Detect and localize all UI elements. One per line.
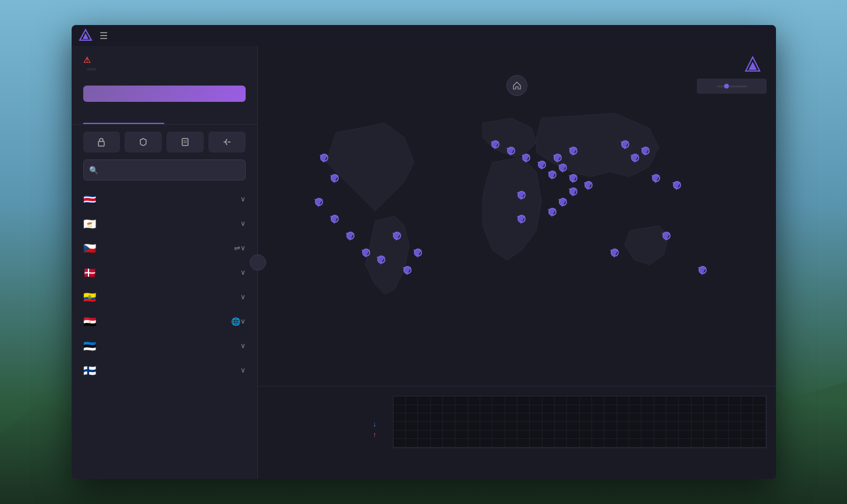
chart-cell (592, 396, 604, 405)
chart-cell (741, 431, 753, 439)
main-content: ⚠ (72, 46, 776, 479)
flag-denmark: 🇩🇰 (83, 268, 96, 277)
sidebar: ⚠ (72, 46, 258, 479)
expand-icon[interactable]: ∨ (240, 317, 246, 325)
expand-icon[interactable]: ∨ (240, 244, 246, 252)
chart-cell (394, 405, 406, 414)
up-volume-row (267, 410, 384, 418)
proton-logo-icon (743, 55, 762, 74)
expand-icon[interactable]: ∨ (240, 219, 246, 228)
chart-cell (406, 413, 418, 422)
filter-icons-bar (72, 132, 257, 152)
chart-cell (654, 413, 667, 422)
chart-cell (692, 405, 704, 414)
up-arrow-icon: ↑ (373, 431, 376, 439)
chart-cell (555, 396, 567, 405)
chart-cell (431, 405, 443, 414)
chart-cell (741, 422, 753, 431)
chart-cell (716, 431, 728, 439)
zoom-in-button[interactable] (749, 79, 767, 94)
country-item-cyprus[interactable]: 🇨🇾 ∨ (76, 212, 253, 235)
chart-cell (580, 422, 592, 431)
filter-secure-core[interactable] (83, 132, 121, 152)
zoom-controls (697, 79, 767, 94)
tab-countries[interactable] (83, 111, 165, 124)
chart-cell (604, 413, 616, 422)
chart-cell (667, 405, 679, 414)
chart-cell (555, 439, 567, 448)
chart-cell (555, 422, 567, 431)
quick-connect-button[interactable] (83, 86, 246, 102)
filter-features[interactable] (166, 132, 204, 152)
chart-cell (592, 422, 604, 431)
expand-icon[interactable]: ∨ (240, 293, 246, 301)
expand-icon[interactable]: ∨ (240, 195, 246, 203)
home-button[interactable] (506, 75, 527, 96)
chart-cell (468, 405, 480, 414)
chart-cell (729, 405, 741, 414)
chart-cell (592, 431, 604, 439)
country-item-egypt[interactable]: 🇪🇬 🌐 ∨ (76, 310, 253, 333)
country-item-costa-rica[interactable]: 🇨🇷 ∨ (76, 187, 253, 211)
warning-icon: ⚠ (83, 55, 91, 65)
chart-cell (455, 431, 467, 439)
chart-cell (679, 431, 691, 439)
chart-cell (518, 431, 530, 439)
chart-cell (617, 439, 629, 448)
chart-cell (716, 396, 728, 405)
chart-cell (617, 405, 629, 414)
chart-cell (654, 405, 667, 414)
chart-cell (729, 413, 741, 422)
chart-cell (543, 439, 555, 448)
chart-cell (431, 413, 443, 422)
expand-icon[interactable]: ∨ (240, 366, 246, 374)
chart-cell (580, 431, 592, 439)
flag-ecuador: 🇪🇨 (83, 292, 96, 301)
chart-cell (592, 405, 604, 414)
chart-cell (505, 413, 518, 422)
menu-icon[interactable]: ☰ (100, 30, 108, 41)
filter-netshield[interactable] (125, 132, 162, 152)
expand-icon[interactable]: ∨ (240, 268, 246, 276)
country-item-ecuador[interactable]: 🇪🇨 ∨ (76, 285, 253, 308)
chart-cell (580, 405, 592, 414)
close-button[interactable] (760, 33, 769, 38)
chart-cell (729, 396, 741, 405)
chart-grid: // Generate chart cells const grid = doc… (394, 396, 766, 448)
chart-cell (431, 396, 443, 405)
expand-icon[interactable]: ∨ (240, 342, 246, 350)
chart-cell (667, 439, 679, 448)
chart-cell (418, 431, 430, 439)
chart-cell (729, 422, 741, 431)
country-item-estonia[interactable]: 🇪🇪 ∨ (76, 334, 253, 357)
flag-costa-rica: 🇨🇷 (83, 194, 96, 204)
chart-cell (418, 439, 430, 448)
down-volume-value (378, 399, 383, 407)
chart-cell (642, 413, 654, 422)
title-bar: ☰ (72, 25, 776, 46)
country-item-finland[interactable]: 🇫🇮 ∨ (76, 359, 253, 382)
search-input[interactable] (83, 159, 246, 180)
chart-cell (704, 396, 716, 405)
tab-profiles[interactable] (164, 111, 246, 124)
globe-badge-icon: 🌐 (231, 317, 240, 326)
sidebar-collapse-button[interactable] (250, 254, 266, 271)
chart-cell (505, 405, 518, 414)
chart-cell (468, 439, 480, 448)
chart-cell (716, 405, 728, 414)
down-arrow-icon: ↓ (373, 420, 376, 428)
split-icon (222, 137, 232, 147)
chart-cell (667, 396, 679, 405)
chart-cell (667, 422, 679, 431)
chart-cell (654, 422, 667, 431)
chart-cell (716, 413, 728, 422)
zoom-out-button[interactable] (697, 79, 714, 94)
chart-cell (567, 422, 579, 431)
chart-cell (729, 431, 741, 439)
country-item-denmark[interactable]: 🇩🇰 ∨ (76, 261, 253, 284)
chart-cell (604, 431, 616, 439)
country-item-czechia[interactable]: 🇨🇿 ⇌ ∨ (76, 236, 253, 260)
minimize-button[interactable] (727, 33, 736, 38)
filter-split-tunnel[interactable] (208, 132, 246, 152)
maximize-button[interactable] (743, 33, 753, 38)
